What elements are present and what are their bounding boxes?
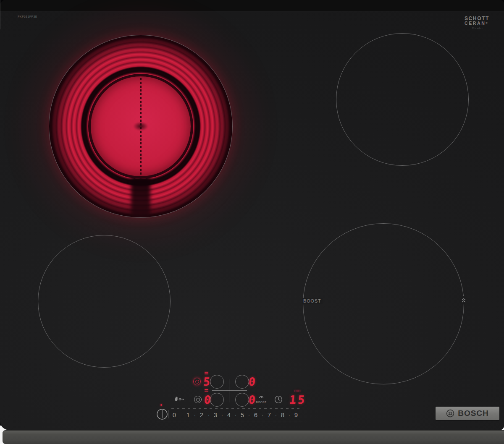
power-level-key-6[interactable]: 6: [254, 411, 257, 418]
zone-select-key-front-right[interactable]: [235, 393, 249, 407]
power-level-key-7[interactable]: 7: [268, 411, 271, 418]
status-led: [160, 404, 162, 406]
boost-zone-label: BOOST: [302, 298, 323, 304]
schott-ceran-line2: CERAN®: [465, 21, 494, 26]
power-level-key-5[interactable]: 5: [241, 411, 244, 418]
power-key[interactable]: [156, 408, 168, 420]
rear-edge-highlight: [0, 11, 504, 11]
burner-rear-right: [336, 33, 469, 166]
dual-zone-indicator-top: [205, 372, 208, 373]
double-chevron-icon: [460, 296, 467, 304]
heater-element-tail: [131, 175, 150, 218]
ceran-word: CERAN: [465, 21, 486, 26]
zone-select-key-front-left[interactable]: [210, 393, 224, 407]
bosch-logo-text: BOSCH: [458, 409, 489, 418]
schott-ceran-logo: SCHOTT CERAN® Miradur: [465, 16, 494, 29]
slider-dot: ·: [235, 412, 236, 418]
slider-dot: ·: [289, 412, 290, 418]
dual-zone-indicator-top2: [205, 373, 208, 374]
ceran-fine-print: Miradur: [472, 27, 494, 29]
left-edge-sheen: [0, 0, 1, 29]
power-level-key-9[interactable]: 9: [294, 411, 298, 418]
dual-zone-indicator-bottom2: [205, 391, 208, 392]
slider-tick-marks: [171, 408, 302, 409]
burner-front-left: [38, 235, 171, 368]
zone-map-divider-vertical: [229, 379, 229, 402]
slider-separator: [168, 410, 169, 418]
burner-front-right-boost: [303, 223, 464, 384]
zone-select-key-rear-right[interactable]: [235, 375, 249, 389]
display-front-right-level: 0: [248, 394, 256, 405]
timer-clock-key[interactable]: [274, 395, 283, 404]
registered-mark: ®: [486, 22, 487, 24]
dual-circuit-key-front[interactable]: [194, 396, 202, 403]
dual-circuit-key-active[interactable]: [193, 378, 201, 385]
display-rear-left-level: 5: [203, 376, 211, 387]
rear-edge-band: [0, 0, 504, 11]
slider-dot: ·: [248, 412, 250, 418]
slider-dot: ·: [262, 412, 263, 418]
timer-unit-label: min: [294, 389, 301, 393]
model-number: PKF631FP3E: [18, 15, 37, 18]
power-level-key-0[interactable]: 0: [173, 411, 176, 418]
power-level-key-1[interactable]: 1: [186, 411, 190, 418]
timer-display: 15: [289, 394, 307, 405]
slider-dot: ·: [194, 412, 196, 418]
boost-key-label[interactable]: BOOST: [256, 401, 267, 404]
dual-zone-indicator-bottom: [205, 389, 208, 390]
clean-lock-key-icon[interactable]: [174, 396, 185, 402]
slider-dot: ·: [275, 412, 277, 418]
cooktop-photo: PKF631FP3E SCHOTT CERAN® Miradur BOOST 5…: [0, 0, 504, 444]
power-level-key-3[interactable]: 3: [214, 411, 217, 418]
burner-rear-left-active: [49, 35, 233, 218]
power-level-key-4[interactable]: 4: [227, 411, 231, 418]
boost-key-icon[interactable]: [259, 395, 264, 398]
slider-dot: ·: [221, 412, 223, 418]
power-level-key-8[interactable]: 8: [281, 411, 284, 418]
display-rear-right-level: 0: [248, 376, 256, 387]
zone-select-key-rear-left[interactable]: [210, 375, 224, 389]
bosch-badge: BOSCH: [436, 407, 499, 420]
power-level-key-2[interactable]: 2: [200, 411, 203, 418]
heater-inner-disc: [88, 74, 193, 179]
bosch-emblem-icon: [446, 409, 454, 418]
panel-bottom-edge: [156, 421, 302, 421]
front-metal-trim: [3, 430, 504, 444]
zone-map-divider-horizontal: [212, 390, 247, 391]
slider-dot: ·: [208, 412, 210, 418]
